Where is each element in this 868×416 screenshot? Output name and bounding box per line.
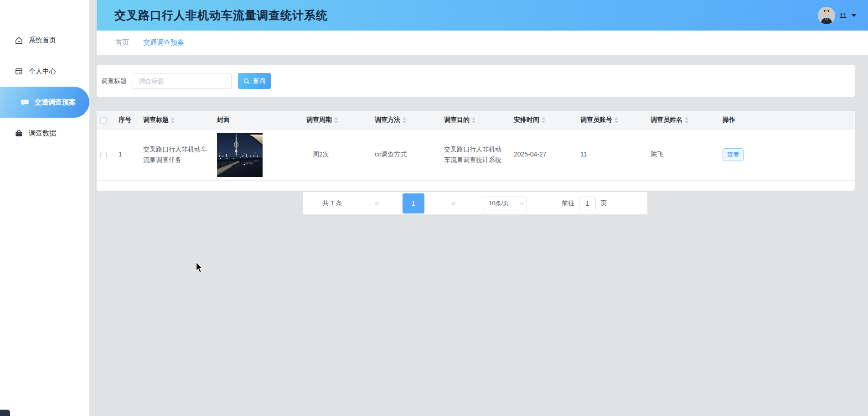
search-icon — [243, 78, 250, 84]
cover-image[interactable] — [217, 133, 263, 177]
column-header-time[interactable]: 安排时间 — [510, 111, 577, 129]
breadcrumb-home[interactable]: 首页 — [115, 38, 129, 47]
row-checkbox[interactable] — [100, 152, 107, 158]
sort-icon[interactable] — [615, 117, 618, 123]
sidebar-item-home[interactable]: 系统首页 — [0, 25, 89, 56]
select-all-checkbox[interactable] — [100, 117, 107, 124]
column-header-title[interactable]: 调查标题 — [140, 111, 213, 129]
search-button[interactable]: 查询 — [238, 73, 271, 89]
briefcase-icon — [14, 129, 23, 138]
breadcrumb-current[interactable]: 交通调查预案 — [143, 38, 184, 47]
app-root: 系统首页 个人中心 交通调查预案 调查数据 交叉路口行人非机动车流量调查统计系统 — [0, 0, 868, 416]
cell-time: 2025-04-27 — [510, 129, 577, 180]
id-card-icon — [14, 67, 23, 76]
column-header-name[interactable]: 调查员姓名 — [647, 111, 719, 129]
sort-icon[interactable] — [542, 117, 545, 123]
pagination-total: 共 1 条 — [322, 199, 342, 208]
sort-icon[interactable] — [334, 117, 338, 123]
chevron-down-icon — [520, 200, 524, 205]
search-panel: 调查标题 查询 — [97, 65, 855, 97]
page-number-button[interactable]: 1 — [403, 193, 424, 213]
search-label: 调查标题 — [101, 77, 127, 85]
sidebar-item-survey-plan[interactable]: 交通调查预案 — [0, 87, 89, 118]
chat-bubble-icon — [20, 98, 29, 107]
view-button[interactable]: 查看 — [723, 148, 744, 161]
sidebar-item-profile[interactable]: 个人中心 — [0, 56, 89, 87]
sort-icon[interactable] — [472, 117, 475, 123]
page-title: 交叉路口行人非机动车流量调查统计系统 — [114, 8, 328, 23]
column-header-purpose[interactable]: 调查目的 — [440, 111, 510, 129]
scrollbar-thumb[interactable] — [0, 410, 10, 416]
sidebar: 系统首页 个人中心 交通调查预案 调查数据 — [0, 0, 89, 416]
column-header-index[interactable]: 序号 — [115, 111, 140, 129]
column-header-action: 操作 — [719, 111, 855, 129]
column-header-account[interactable]: 调查员账号 — [577, 111, 647, 129]
cell-purpose: 交叉路口行人非机动车流量调查统计系统 — [440, 129, 510, 180]
cell-period: 一周2次 — [303, 129, 371, 180]
cell-method: cc调查方式 — [371, 129, 440, 180]
pagination-bar: 共 1 条 < 1 > 10条/页 前往 页 — [303, 192, 647, 214]
page-size-select[interactable]: 10条/页 — [483, 197, 527, 210]
data-table-panel: 序号 调查标题 封面 调查周期 调查方法 调查目的 安排时间 调查员账号 调查员… — [97, 111, 855, 191]
sort-icon[interactable] — [171, 117, 175, 123]
sidebar-item-label: 调查数据 — [29, 129, 56, 138]
page-size-value: 10条/页 — [489, 199, 509, 208]
goto-page-input[interactable] — [579, 197, 596, 210]
goto-prefix-label: 前往 — [562, 199, 574, 208]
sidebar-item-label: 系统首页 — [29, 36, 56, 45]
survey-table: 序号 调查标题 封面 调查周期 调查方法 调查目的 安排时间 调查员账号 调查员… — [97, 111, 855, 181]
top-header: 交叉路口行人非机动车流量调查统计系统 11 — [97, 0, 868, 31]
cell-name: 陈飞 — [647, 129, 719, 180]
sort-icon[interactable] — [403, 117, 406, 123]
search-button-label: 查询 — [253, 77, 265, 85]
sort-icon[interactable] — [685, 117, 688, 123]
cell-title: 交叉路口行人非机动车流量调查任务 — [140, 129, 213, 180]
column-header-method[interactable]: 调查方法 — [371, 111, 440, 129]
table-header-row: 序号 调查标题 封面 调查周期 调查方法 调查目的 安排时间 调查员账号 调查员… — [97, 111, 855, 129]
cell-account: 11 — [577, 129, 647, 180]
home-icon — [14, 36, 23, 45]
chevron-down-icon — [852, 14, 856, 17]
prev-page-button[interactable]: < — [375, 200, 379, 207]
user-menu[interactable]: 11 — [818, 7, 856, 24]
goto-suffix-label: 页 — [600, 199, 607, 208]
sidebar-item-label: 交通调查预案 — [35, 98, 76, 107]
table-row: 1 交叉路口行人非机动车流量调查任务 — [97, 129, 855, 180]
mouse-cursor — [196, 262, 204, 274]
username: 11 — [839, 11, 847, 19]
avatar[interactable] — [818, 7, 835, 24]
column-header-period[interactable]: 调查周期 — [303, 111, 371, 129]
cell-index: 1 — [115, 129, 140, 180]
sidebar-item-label: 个人中心 — [29, 67, 56, 76]
sidebar-item-survey-data[interactable]: 调查数据 — [0, 118, 89, 149]
next-page-button[interactable]: > — [452, 200, 455, 207]
search-input[interactable] — [133, 73, 232, 89]
column-header-cover[interactable]: 封面 — [213, 111, 303, 129]
breadcrumb: 首页 交通调查预案 — [97, 31, 868, 55]
